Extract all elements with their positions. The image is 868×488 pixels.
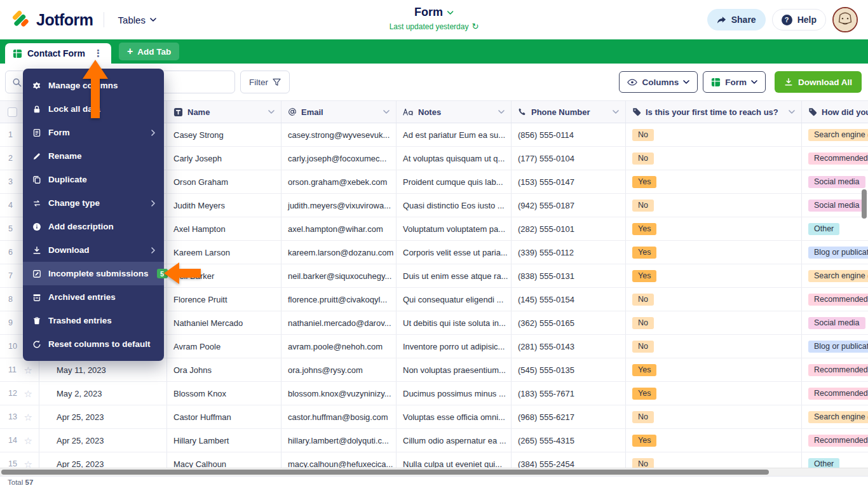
cell-name[interactable]: Castor Huffman [167, 405, 281, 428]
cell-first-time[interactable]: No [626, 311, 802, 334]
horizontal-scrollbar[interactable] [0, 468, 868, 476]
menu-item-archived-entries[interactable]: Archived entries [23, 285, 164, 309]
cell-email[interactable]: neil.barker@siquxocuhegy... [281, 264, 397, 287]
cell-email[interactable]: judith.meyers@vixuvirowa... [281, 194, 397, 217]
menu-item-duplicate[interactable]: Duplicate [23, 168, 164, 191]
cell-notes[interactable]: Corporis velit esse ut paria... [397, 241, 512, 264]
cell-name[interactable]: Avram Poole [167, 335, 281, 358]
cell-email[interactable]: ora.johns@rysy.com [281, 358, 397, 381]
cell-notes[interactable]: Cillum odio aspernatur ea ... [397, 429, 512, 452]
cell-phone[interactable]: (942) 555-0187 [512, 194, 626, 217]
cell-email[interactable]: axel.hampton@wihar.com [281, 217, 397, 240]
cell-first-time[interactable]: No [626, 147, 802, 170]
cell-email[interactable]: avram.poole@nehoh.com [281, 335, 397, 358]
chevron-down-icon[interactable] [613, 110, 619, 114]
cell-source[interactable]: Search engine ( [802, 264, 868, 287]
cell-source[interactable]: Search engine ( [802, 405, 868, 428]
menu-item-add-description[interactable]: Add description [23, 215, 164, 238]
chevron-down-icon[interactable] [789, 110, 795, 114]
vertical-scrollbar-thumb[interactable] [862, 189, 867, 219]
cell-source[interactable]: Recommended [802, 288, 868, 311]
column-header-is-this-your-first-time-to-reach-us[interactable]: Is this your first time to reach us? [626, 101, 802, 123]
cell-first-time[interactable]: Yes [626, 170, 802, 193]
cell-name[interactable]: Casey Strong [167, 123, 281, 146]
cell-notes[interactable]: Ducimus possimus minus ... [397, 382, 512, 405]
cell-source[interactable]: Social media [802, 170, 868, 193]
cell-name[interactable]: Carly Joseph [167, 147, 281, 170]
cell-source[interactable]: Social media [802, 194, 868, 217]
menu-item-trashed-entries[interactable]: Trashed entries [23, 309, 164, 332]
cell-notes[interactable]: Voluptatum voluptatem pa... [397, 217, 512, 240]
cell-notes[interactable]: Qui consequatur eligendi ... [397, 288, 512, 311]
menu-item-rename[interactable]: Rename [23, 144, 164, 168]
cell-notes[interactable]: Duis ut enim esse atque ra... [397, 264, 512, 287]
chevron-down-icon[interactable] [447, 11, 454, 15]
menu-item-incomplete-submissions[interactable]: Incomplete submissions5 [23, 262, 164, 285]
tables-dropdown[interactable]: Tables [114, 14, 160, 26]
star-icon[interactable]: ☆ [24, 412, 32, 422]
cell-notes[interactable]: Inventore porro ut adipisic... [397, 335, 512, 358]
add-tab-button[interactable]: + Add Tab [119, 43, 179, 60]
cell-email[interactable]: orson.graham@xebek.com [281, 170, 397, 193]
cell-first-time[interactable]: No [626, 194, 802, 217]
cell-email[interactable]: hillary.lambert@dolyquti.c... [281, 429, 397, 452]
cell-date[interactable]: May 11, 2023 [39, 358, 167, 381]
refresh-icon[interactable]: ↻ [471, 22, 478, 31]
menu-item-change-type[interactable]: Change type [23, 191, 164, 215]
cell-first-time[interactable]: Yes [626, 382, 802, 405]
cell-name[interactable]: Florence Pruitt [167, 288, 281, 311]
cell-notes[interactable]: Voluptas esse officia omni... [397, 405, 512, 428]
cell-first-time[interactable]: No [626, 405, 802, 428]
horizontal-scrollbar-thumb[interactable] [1, 470, 769, 475]
chevron-down-icon[interactable] [383, 110, 390, 114]
cell-phone[interactable]: (856) 555-0114 [512, 123, 626, 146]
avatar[interactable] [832, 7, 858, 32]
cell-source[interactable]: Recommended [802, 147, 868, 170]
menu-item-form[interactable]: Form [23, 121, 164, 144]
cell-phone[interactable]: (362) 555-0165 [512, 311, 626, 334]
cell-name[interactable]: Judith Meyers [167, 194, 281, 217]
star-icon[interactable]: ☆ [24, 365, 32, 375]
download-all-button[interactable]: Download All [775, 71, 862, 93]
column-header-phone-number[interactable]: Phone Number [512, 101, 626, 123]
cell-email[interactable]: casey.strong@wyvesevuk... [281, 123, 397, 146]
chevron-down-icon[interactable] [268, 110, 275, 114]
filter-button[interactable]: Filter [240, 71, 290, 93]
cell-phone[interactable]: (183) 555-7671 [512, 382, 626, 405]
cell-phone[interactable]: (265) 555-4315 [512, 429, 626, 452]
cell-first-time[interactable]: Yes [626, 358, 802, 381]
cell-notes[interactable]: Ut debitis qui iste soluta in... [397, 311, 512, 334]
cell-phone[interactable]: (177) 555-0104 [512, 147, 626, 170]
cell-date[interactable]: May 2, 2023 [39, 382, 167, 405]
cell-phone[interactable]: (545) 555-0135 [512, 358, 626, 381]
cell-first-time[interactable]: No [626, 123, 802, 146]
cell-notes[interactable]: Ad est pariatur Eum ea su... [397, 123, 512, 146]
cell-first-time[interactable]: No [626, 288, 802, 311]
tab-menu-kebab[interactable]: ⋮ [90, 48, 106, 59]
cell-email[interactable]: blossom.knox@vuzyninizy... [281, 382, 397, 405]
cell-email[interactable]: castor.huffman@bosig.com [281, 405, 397, 428]
cell-date[interactable]: Apr 25, 2023 [39, 405, 167, 428]
select-all-checkbox[interactable] [8, 107, 17, 117]
cell-name[interactable]: Kareem Larson [167, 241, 281, 264]
cell-notes[interactable]: Non voluptas praesentium... [397, 358, 512, 381]
cell-first-time[interactable]: Yes [626, 241, 802, 264]
cell-name[interactable]: Axel Hampton [167, 217, 281, 240]
cell-phone[interactable]: (145) 555-0154 [512, 288, 626, 311]
cell-email[interactable]: florence.pruitt@civakoqyl... [281, 288, 397, 311]
cell-date[interactable]: Apr 25, 2023 [39, 429, 167, 452]
cell-notes[interactable]: Proident cumque quis lab... [397, 170, 512, 193]
cell-phone[interactable]: (339) 555-0112 [512, 241, 626, 264]
cell-first-time[interactable]: Yes [626, 429, 802, 452]
columns-button[interactable]: Columns [619, 71, 698, 93]
jotform-logo[interactable]: Jotform [10, 10, 93, 30]
cell-source[interactable]: Search engine ( [802, 123, 868, 146]
cell-phone[interactable]: (153) 555-0147 [512, 170, 626, 193]
cell-email[interactable]: carly.joseph@focoxumec... [281, 147, 397, 170]
cell-notes[interactable]: Quasi distinctio Eos iusto ... [397, 194, 512, 217]
cell-source[interactable]: Recommended [802, 382, 868, 405]
share-button[interactable]: Share [707, 9, 766, 30]
cell-first-time[interactable]: Yes [626, 264, 802, 287]
cell-email[interactable]: nathaniel.mercado@darov... [281, 311, 397, 334]
cell-name[interactable]: Blossom Knox [167, 382, 281, 405]
